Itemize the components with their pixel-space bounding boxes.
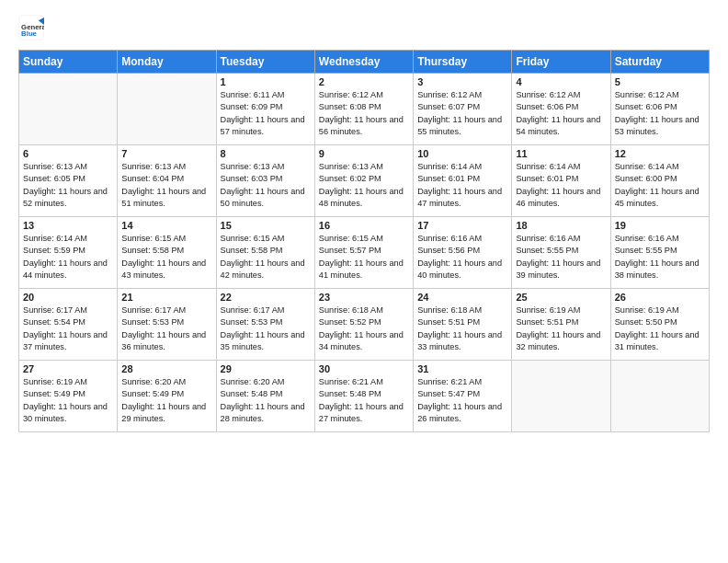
day-info: Sunrise: 6:15 AMSunset: 5:58 PMDaylight:… <box>221 233 311 282</box>
calendar-week-row: 20Sunrise: 6:17 AMSunset: 5:54 PMDayligh… <box>19 289 710 361</box>
calendar-cell: 30Sunrise: 6:21 AMSunset: 5:48 PMDayligh… <box>314 361 413 432</box>
day-info: Sunrise: 6:13 AMSunset: 6:04 PMDaylight:… <box>121 161 211 210</box>
calendar-cell: 22Sunrise: 6:17 AMSunset: 5:53 PMDayligh… <box>216 289 314 361</box>
day-info: Sunrise: 6:14 AMSunset: 6:00 PMDaylight:… <box>615 161 705 210</box>
calendar-cell: 3Sunrise: 6:12 AMSunset: 6:07 PMDaylight… <box>414 74 512 145</box>
calendar-cell: 20Sunrise: 6:17 AMSunset: 5:54 PMDayligh… <box>19 289 118 361</box>
day-number: 18 <box>516 220 606 231</box>
day-number: 27 <box>23 363 113 374</box>
day-number: 16 <box>319 220 409 231</box>
calendar-cell: 2Sunrise: 6:12 AMSunset: 6:08 PMDaylight… <box>314 74 413 145</box>
day-info: Sunrise: 6:21 AMSunset: 5:48 PMDaylight:… <box>319 376 409 425</box>
day-info: Sunrise: 6:13 AMSunset: 6:05 PMDaylight:… <box>23 161 113 210</box>
day-number: 15 <box>221 220 311 231</box>
day-info: Sunrise: 6:14 AMSunset: 5:59 PMDaylight:… <box>23 233 113 282</box>
day-info: Sunrise: 6:15 AMSunset: 5:57 PMDaylight:… <box>319 233 409 282</box>
day-number: 10 <box>417 148 507 159</box>
day-number: 19 <box>615 220 705 231</box>
day-info: Sunrise: 6:12 AMSunset: 6:06 PMDaylight:… <box>516 89 606 138</box>
day-number: 30 <box>319 363 409 374</box>
day-number: 17 <box>417 220 507 231</box>
day-info: Sunrise: 6:16 AMSunset: 5:55 PMDaylight:… <box>615 233 705 282</box>
day-number: 5 <box>615 76 705 87</box>
day-info: Sunrise: 6:12 AMSunset: 6:08 PMDaylight:… <box>319 89 409 138</box>
day-info: Sunrise: 6:15 AMSunset: 5:58 PMDaylight:… <box>121 233 211 282</box>
day-number: 14 <box>121 220 211 231</box>
calendar-table: SundayMondayTuesdayWednesdayThursdayFrid… <box>18 50 710 432</box>
calendar-cell: 19Sunrise: 6:16 AMSunset: 5:55 PMDayligh… <box>610 217 709 289</box>
day-info: Sunrise: 6:17 AMSunset: 5:53 PMDaylight:… <box>221 304 311 353</box>
day-info: Sunrise: 6:14 AMSunset: 6:01 PMDaylight:… <box>516 161 606 210</box>
day-number: 31 <box>417 363 507 374</box>
calendar-body: 1Sunrise: 6:11 AMSunset: 6:09 PMDaylight… <box>19 74 710 432</box>
day-info: Sunrise: 6:14 AMSunset: 6:01 PMDaylight:… <box>417 161 507 210</box>
day-number: 29 <box>221 363 311 374</box>
calendar-cell: 14Sunrise: 6:15 AMSunset: 5:58 PMDayligh… <box>118 217 216 289</box>
calendar-cell: 31Sunrise: 6:21 AMSunset: 5:47 PMDayligh… <box>414 361 512 432</box>
calendar-cell: 7Sunrise: 6:13 AMSunset: 6:04 PMDaylight… <box>118 145 216 217</box>
day-info: Sunrise: 6:13 AMSunset: 6:03 PMDaylight:… <box>221 161 311 210</box>
calendar-week-row: 6Sunrise: 6:13 AMSunset: 6:05 PMDaylight… <box>19 145 710 217</box>
day-info: Sunrise: 6:18 AMSunset: 5:51 PMDaylight:… <box>417 304 507 353</box>
day-info: Sunrise: 6:19 AMSunset: 5:51 PMDaylight:… <box>516 304 606 353</box>
calendar-cell: 10Sunrise: 6:14 AMSunset: 6:01 PMDayligh… <box>414 145 512 217</box>
calendar-cell <box>19 74 118 145</box>
day-info: Sunrise: 6:18 AMSunset: 5:52 PMDaylight:… <box>319 304 409 353</box>
day-info: Sunrise: 6:11 AMSunset: 6:09 PMDaylight:… <box>221 89 311 138</box>
weekday-header-row: SundayMondayTuesdayWednesdayThursdayFrid… <box>19 51 710 74</box>
day-info: Sunrise: 6:16 AMSunset: 5:56 PMDaylight:… <box>417 233 507 282</box>
day-number: 20 <box>23 292 113 303</box>
day-number: 24 <box>417 292 507 303</box>
calendar-cell <box>512 361 610 432</box>
day-number: 26 <box>615 292 705 303</box>
logo: General Blue <box>18 15 48 40</box>
day-info: Sunrise: 6:17 AMSunset: 5:54 PMDaylight:… <box>23 304 113 353</box>
calendar-cell: 26Sunrise: 6:19 AMSunset: 5:50 PMDayligh… <box>610 289 709 361</box>
calendar-header: SundayMondayTuesdayWednesdayThursdayFrid… <box>19 51 710 74</box>
weekday-header-friday: Friday <box>512 51 610 74</box>
calendar-cell: 23Sunrise: 6:18 AMSunset: 5:52 PMDayligh… <box>314 289 413 361</box>
calendar-cell <box>610 361 709 432</box>
calendar-cell: 27Sunrise: 6:19 AMSunset: 5:49 PMDayligh… <box>19 361 118 432</box>
calendar-week-row: 27Sunrise: 6:19 AMSunset: 5:49 PMDayligh… <box>19 361 710 432</box>
calendar-cell: 18Sunrise: 6:16 AMSunset: 5:55 PMDayligh… <box>512 217 610 289</box>
calendar-cell: 16Sunrise: 6:15 AMSunset: 5:57 PMDayligh… <box>314 217 413 289</box>
calendar-cell: 25Sunrise: 6:19 AMSunset: 5:51 PMDayligh… <box>512 289 610 361</box>
calendar-cell <box>118 74 216 145</box>
calendar-week-row: 13Sunrise: 6:14 AMSunset: 5:59 PMDayligh… <box>19 217 710 289</box>
calendar-cell: 17Sunrise: 6:16 AMSunset: 5:56 PMDayligh… <box>414 217 512 289</box>
day-info: Sunrise: 6:12 AMSunset: 6:07 PMDaylight:… <box>417 89 507 138</box>
day-number: 7 <box>121 148 211 159</box>
calendar-cell: 24Sunrise: 6:18 AMSunset: 5:51 PMDayligh… <box>414 289 512 361</box>
day-number: 1 <box>221 76 311 87</box>
page: General Blue SundayMondayTuesdayWednesda… <box>0 0 728 563</box>
day-info: Sunrise: 6:19 AMSunset: 5:49 PMDaylight:… <box>23 376 113 425</box>
day-number: 12 <box>615 148 705 159</box>
day-number: 21 <box>121 292 211 303</box>
calendar-cell: 12Sunrise: 6:14 AMSunset: 6:00 PMDayligh… <box>610 145 709 217</box>
calendar-cell: 4Sunrise: 6:12 AMSunset: 6:06 PMDaylight… <box>512 74 610 145</box>
day-number: 11 <box>516 148 606 159</box>
day-number: 9 <box>319 148 409 159</box>
day-number: 8 <box>221 148 311 159</box>
day-number: 6 <box>23 148 113 159</box>
calendar-week-row: 1Sunrise: 6:11 AMSunset: 6:09 PMDaylight… <box>19 74 710 145</box>
header: General Blue <box>18 15 710 40</box>
day-number: 28 <box>121 363 211 374</box>
weekday-header-wednesday: Wednesday <box>314 51 413 74</box>
calendar-cell: 5Sunrise: 6:12 AMSunset: 6:06 PMDaylight… <box>610 74 709 145</box>
day-info: Sunrise: 6:17 AMSunset: 5:53 PMDaylight:… <box>121 304 211 353</box>
day-info: Sunrise: 6:13 AMSunset: 6:02 PMDaylight:… <box>319 161 409 210</box>
day-number: 13 <box>23 220 113 231</box>
weekday-header-saturday: Saturday <box>610 51 709 74</box>
day-info: Sunrise: 6:20 AMSunset: 5:48 PMDaylight:… <box>221 376 311 425</box>
weekday-header-sunday: Sunday <box>19 51 118 74</box>
day-number: 22 <box>221 292 311 303</box>
day-info: Sunrise: 6:21 AMSunset: 5:47 PMDaylight:… <box>417 376 507 425</box>
calendar-cell: 11Sunrise: 6:14 AMSunset: 6:01 PMDayligh… <box>512 145 610 217</box>
day-info: Sunrise: 6:12 AMSunset: 6:06 PMDaylight:… <box>615 89 705 138</box>
day-number: 2 <box>319 76 409 87</box>
logo-icon: General Blue <box>18 15 44 40</box>
calendar-cell: 8Sunrise: 6:13 AMSunset: 6:03 PMDaylight… <box>216 145 314 217</box>
calendar-cell: 28Sunrise: 6:20 AMSunset: 5:49 PMDayligh… <box>118 361 216 432</box>
